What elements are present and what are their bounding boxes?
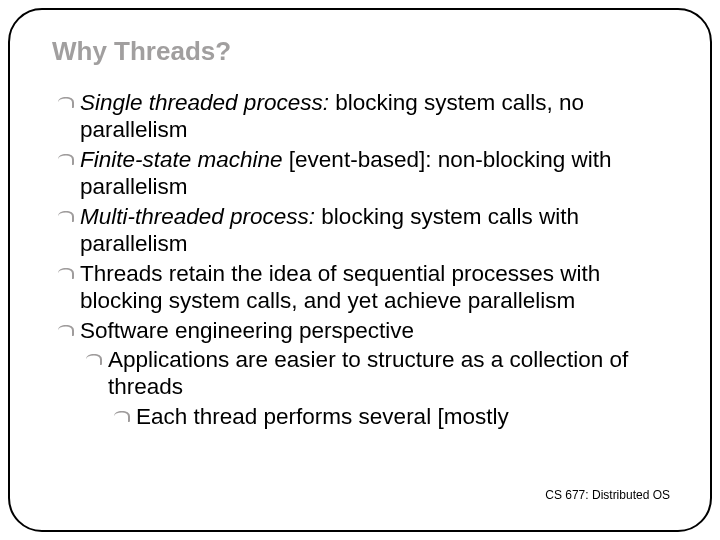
txt-se-perspective: Software engineering perspective	[80, 318, 414, 343]
bullet-threads-retain: Threads retain the idea of sequential pr…	[58, 260, 680, 315]
bullet-each-thread: Each thread performs several [mostly	[114, 403, 680, 430]
bullet-apps-easier: Applications are easier to structure as …	[86, 346, 680, 401]
bullet-single-threaded: Single threaded process: blocking system…	[58, 89, 680, 144]
txt-threads-retain: Threads retain the idea of sequential pr…	[80, 261, 600, 313]
footer-course: CS 677: Distributed OS	[545, 488, 670, 502]
txt-each-thread: Each thread performs several [mostly	[136, 404, 509, 429]
em-single-threaded: Single threaded process:	[80, 90, 329, 115]
bullet-fsm: Finite-state machine [event-based]: non-…	[58, 146, 680, 201]
em-fsm: Finite-state machine	[80, 147, 283, 172]
slide-frame: Why Threads? Single threaded process: bl…	[8, 8, 712, 532]
em-multithreaded: Multi-threaded process:	[80, 204, 315, 229]
txt-apps-easier: Applications are easier to structure as …	[108, 347, 628, 399]
bullet-multithreaded: Multi-threaded process: blocking system …	[58, 203, 680, 258]
slide-title: Why Threads?	[52, 36, 680, 67]
slide-content: Single threaded process: blocking system…	[58, 89, 680, 430]
bullet-se-perspective: Software engineering perspective	[58, 317, 680, 344]
